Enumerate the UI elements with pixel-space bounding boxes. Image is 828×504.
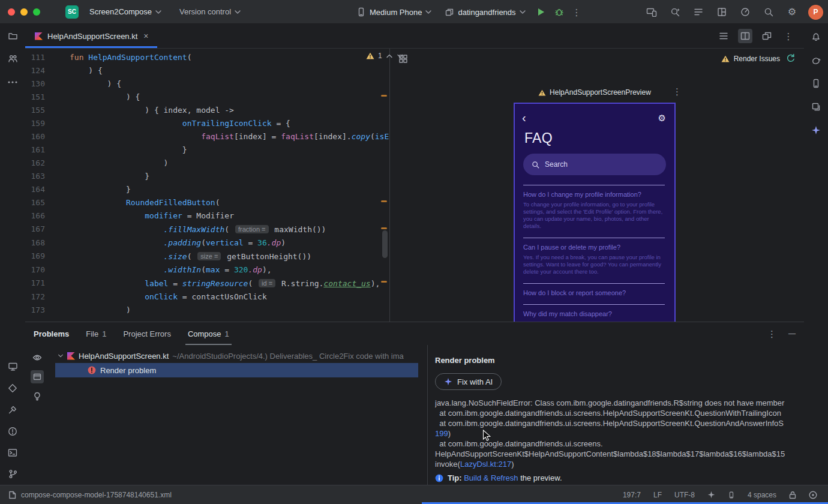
preview-phone-frame[interactable]: ‹ ⚙ FAQ Search How do I change my profil… xyxy=(514,103,676,322)
gradle-tool-button[interactable] xyxy=(811,56,821,65)
code-line[interactable]: 170 .widthIn(max = 320.dp), xyxy=(25,263,389,277)
float-window-icon[interactable] xyxy=(760,29,774,43)
line-separator[interactable]: LF xyxy=(653,491,662,499)
line-number[interactable]: 164 xyxy=(25,183,45,196)
code-line[interactable]: 161 } xyxy=(25,143,389,157)
line-number[interactable]: 166 xyxy=(25,209,45,223)
line-number[interactable]: 167 xyxy=(25,223,45,236)
ai-status-icon[interactable] xyxy=(707,491,715,499)
notifications-tool-button[interactable] xyxy=(811,32,821,42)
tab-file[interactable]: File1 xyxy=(86,322,106,345)
code-line[interactable]: 173 ) xyxy=(25,304,389,317)
prev-problem-icon[interactable] xyxy=(386,54,393,58)
todo-list-icon[interactable] xyxy=(691,5,706,19)
project-tool-button[interactable] xyxy=(8,31,18,41)
preview-options-menu[interactable]: ⋮ xyxy=(670,87,684,96)
code-line[interactable]: 111fun HelpAndSupportContent( xyxy=(25,51,389,64)
status-file-name[interactable]: compose-compose-model-1758748140651.xml xyxy=(21,491,172,499)
code-line[interactable]: 172 onClick = contactUsOnClick xyxy=(25,290,389,304)
status-info-icon[interactable] xyxy=(809,491,817,499)
code-line[interactable]: 162 ) xyxy=(25,157,389,170)
settings-icon[interactable]: ⚙ xyxy=(785,5,799,19)
line-number[interactable]: 171 xyxy=(25,277,45,290)
lock-icon[interactable] xyxy=(789,491,796,499)
more-tool-windows-button[interactable] xyxy=(8,76,17,85)
project-selector[interactable]: Screen2Compose xyxy=(85,4,166,20)
layout-inspector-icon[interactable] xyxy=(715,5,729,19)
line-number[interactable]: 155 xyxy=(25,104,45,117)
editor-list-icon[interactable] xyxy=(716,29,731,43)
code-line[interactable]: 159 onTrailingIconClick = { xyxy=(25,117,389,130)
view-mode-toggle[interactable] xyxy=(31,370,44,383)
render-problem-row[interactable]: Render problem xyxy=(55,363,418,377)
stack-trace-link[interactable]: LazyDsl.kt:217 xyxy=(460,460,511,469)
line-number[interactable]: 111 xyxy=(25,51,45,64)
line-number[interactable]: 169 xyxy=(25,250,45,263)
search-icon[interactable] xyxy=(761,5,776,19)
build-refresh-link[interactable]: Build & Refresh xyxy=(464,473,518,482)
line-number[interactable]: 160 xyxy=(25,130,45,143)
quick-fix-icon[interactable] xyxy=(31,389,44,403)
tab-project-errors[interactable]: Project Errors xyxy=(123,322,170,345)
split-preview-icon[interactable] xyxy=(738,29,752,43)
ai-search-icon[interactable] xyxy=(668,5,682,19)
inspection-widget[interactable]: 1 xyxy=(366,52,404,60)
stack-trace-link[interactable]: 199 xyxy=(435,429,448,438)
debug-button[interactable] xyxy=(552,5,566,19)
code-line[interactable]: 160 faqList[index] = faqList[index].copy… xyxy=(25,130,389,143)
code-line[interactable]: 166 modifier = Modifier xyxy=(25,209,389,223)
caret-position[interactable]: 197:7 xyxy=(623,491,641,499)
panel-options-menu[interactable]: ⋮ xyxy=(765,329,779,338)
preview-problem-icon[interactable] xyxy=(31,351,44,364)
run-configuration-selector[interactable]: datingandfriends xyxy=(440,4,530,20)
line-number[interactable]: 124 xyxy=(25,64,45,77)
editor-tab[interactable]: HelpAndSupportScreen.kt × xyxy=(25,24,157,48)
next-problem-icon[interactable] xyxy=(397,54,404,58)
code-line[interactable]: 163 } xyxy=(25,170,389,183)
tab-compose[interactable]: Compose1 xyxy=(188,322,229,345)
file-encoding[interactable]: UTF-8 xyxy=(674,491,695,499)
code-line[interactable]: 171 label = stringResource( id = R.strin… xyxy=(25,277,389,290)
line-number[interactable]: 151 xyxy=(25,91,45,104)
code-editor[interactable]: 111fun HelpAndSupportContent(124 ) {130 … xyxy=(25,49,389,322)
line-number[interactable]: 168 xyxy=(25,236,45,250)
code-line[interactable]: 124 ) { xyxy=(25,64,389,77)
maximize-window-button[interactable] xyxy=(33,8,40,16)
close-tab-icon[interactable]: × xyxy=(142,31,149,41)
running-devices-tool-button[interactable] xyxy=(8,362,18,371)
device-status-icon[interactable] xyxy=(728,491,735,499)
pull-requests-tool-button[interactable] xyxy=(8,54,18,63)
device-mirroring-icon[interactable] xyxy=(644,5,659,19)
editor-options-menu[interactable]: ⋮ xyxy=(781,29,796,43)
editor-scrollbar[interactable] xyxy=(382,230,388,258)
indent-config[interactable]: 4 spaces xyxy=(748,491,776,499)
resource-manager-tool-button[interactable] xyxy=(811,102,821,112)
hide-panel-icon[interactable]: — xyxy=(788,330,796,337)
terminal-tool-button[interactable] xyxy=(8,448,17,457)
avatar[interactable]: P xyxy=(808,5,823,20)
line-number[interactable]: 163 xyxy=(25,170,45,183)
line-number[interactable]: 170 xyxy=(25,263,45,277)
line-number[interactable]: 159 xyxy=(25,117,45,130)
device-selector[interactable]: Medium Phone xyxy=(352,4,436,20)
code-line[interactable]: 151 ) { xyxy=(25,91,389,104)
line-number[interactable]: 165 xyxy=(25,196,45,209)
assets-tool-button[interactable] xyxy=(8,383,17,393)
build-tool-button[interactable] xyxy=(8,405,17,415)
problems-tool-button[interactable] xyxy=(8,427,17,436)
line-number[interactable]: 172 xyxy=(25,290,45,304)
refresh-preview-button[interactable] xyxy=(786,53,796,65)
run-button[interactable] xyxy=(534,5,548,19)
line-number[interactable]: 161 xyxy=(25,143,45,157)
fix-with-ai-button[interactable]: Fix with AI xyxy=(435,373,502,390)
code-line[interactable]: 130 ) { xyxy=(25,77,389,91)
line-number[interactable]: 173 xyxy=(25,304,45,317)
render-issues-status[interactable]: Render Issues xyxy=(721,55,780,63)
code-line[interactable]: 168 .padding(vertical = 36.dp) xyxy=(25,236,389,250)
code-line[interactable]: 164 } xyxy=(25,183,389,196)
line-number[interactable]: 162 xyxy=(25,157,45,170)
code-line[interactable]: 155 ) { index, model -> xyxy=(25,104,389,117)
run-options-menu[interactable]: ⋮ xyxy=(570,8,584,17)
code-line[interactable]: 167 .fillMaxWidth( fraction = maxWidth()… xyxy=(25,223,389,236)
device-manager-tool-button[interactable] xyxy=(811,79,821,88)
